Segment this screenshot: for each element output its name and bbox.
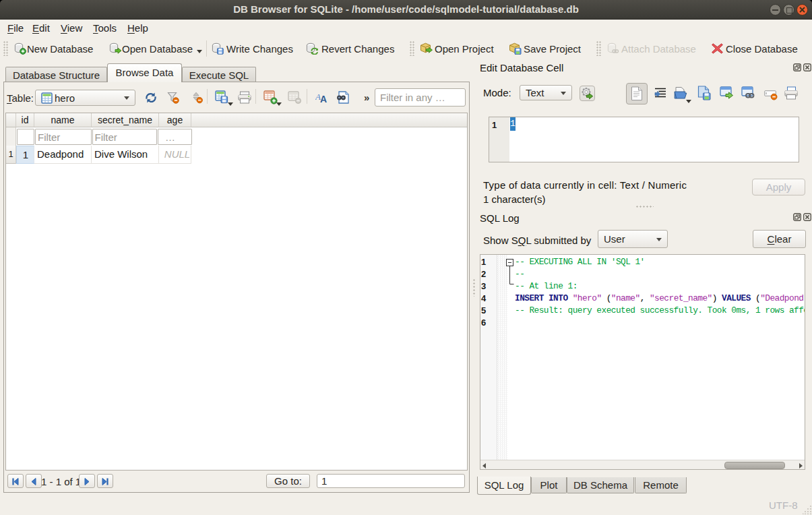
svg-text:A: A: [320, 94, 327, 104]
